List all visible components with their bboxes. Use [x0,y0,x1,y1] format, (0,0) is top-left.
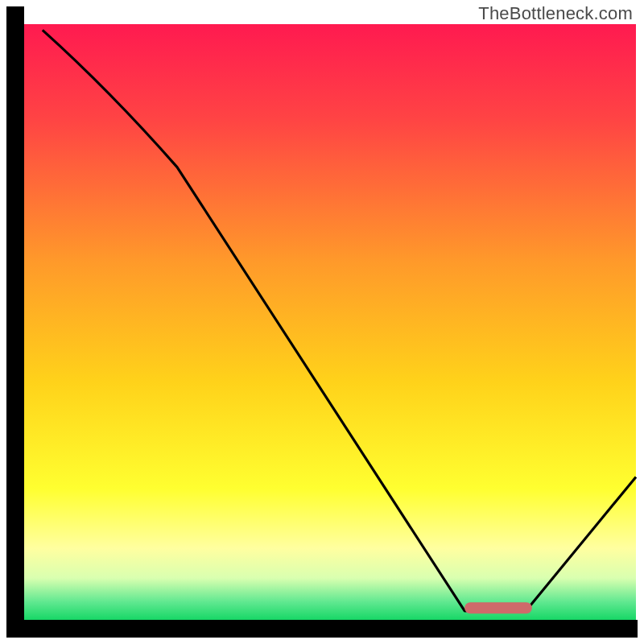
bottleneck-chart [0,0,644,644]
optimal-marker [464,602,532,613]
gradient-background [24,24,636,620]
chart-container: TheBottleneck.com [0,0,644,644]
x-axis [6,620,638,638]
watermark-text: TheBottleneck.com [478,3,633,24]
y-axis [6,6,24,638]
